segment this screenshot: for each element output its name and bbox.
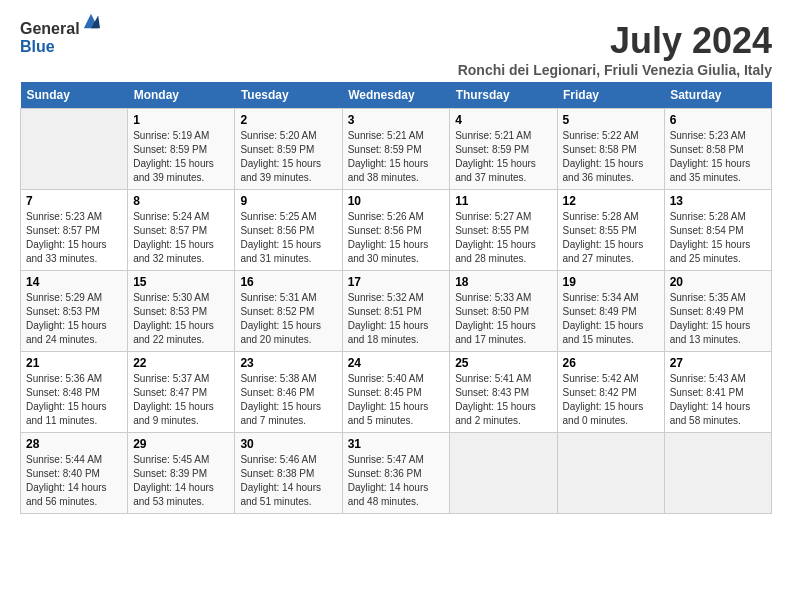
calendar-cell: 26Sunrise: 5:42 AMSunset: 8:42 PMDayligh…	[557, 352, 664, 433]
day-number: 9	[240, 194, 336, 208]
logo-blue: Blue	[20, 38, 80, 56]
day-number: 14	[26, 275, 122, 289]
day-number: 24	[348, 356, 445, 370]
day-number: 4	[455, 113, 551, 127]
day-number: 11	[455, 194, 551, 208]
day-number: 31	[348, 437, 445, 451]
day-number: 12	[563, 194, 659, 208]
day-number: 8	[133, 194, 229, 208]
cell-content: Sunrise: 5:26 AMSunset: 8:56 PMDaylight:…	[348, 210, 445, 266]
cell-content: Sunrise: 5:23 AMSunset: 8:57 PMDaylight:…	[26, 210, 122, 266]
cell-content: Sunrise: 5:25 AMSunset: 8:56 PMDaylight:…	[240, 210, 336, 266]
calendar-cell: 25Sunrise: 5:41 AMSunset: 8:43 PMDayligh…	[450, 352, 557, 433]
calendar-cell: 6Sunrise: 5:23 AMSunset: 8:58 PMDaylight…	[664, 109, 771, 190]
cell-content: Sunrise: 5:40 AMSunset: 8:45 PMDaylight:…	[348, 372, 445, 428]
cell-content: Sunrise: 5:41 AMSunset: 8:43 PMDaylight:…	[455, 372, 551, 428]
day-number: 25	[455, 356, 551, 370]
cell-content: Sunrise: 5:30 AMSunset: 8:53 PMDaylight:…	[133, 291, 229, 347]
header-row: SundayMondayTuesdayWednesdayThursdayFrid…	[21, 82, 772, 109]
cell-content: Sunrise: 5:33 AMSunset: 8:50 PMDaylight:…	[455, 291, 551, 347]
day-number: 26	[563, 356, 659, 370]
header-tuesday: Tuesday	[235, 82, 342, 109]
day-number: 2	[240, 113, 336, 127]
day-number: 10	[348, 194, 445, 208]
cell-content: Sunrise: 5:20 AMSunset: 8:59 PMDaylight:…	[240, 129, 336, 185]
calendar-cell: 5Sunrise: 5:22 AMSunset: 8:58 PMDaylight…	[557, 109, 664, 190]
location-subtitle: Ronchi dei Legionari, Friuli Venezia Giu…	[458, 62, 772, 78]
logo-icon	[82, 12, 100, 30]
cell-content: Sunrise: 5:46 AMSunset: 8:38 PMDaylight:…	[240, 453, 336, 509]
day-number: 19	[563, 275, 659, 289]
calendar-cell: 23Sunrise: 5:38 AMSunset: 8:46 PMDayligh…	[235, 352, 342, 433]
cell-content: Sunrise: 5:45 AMSunset: 8:39 PMDaylight:…	[133, 453, 229, 509]
day-number: 22	[133, 356, 229, 370]
logo-general: General	[20, 20, 80, 38]
day-number: 27	[670, 356, 766, 370]
calendar-cell: 12Sunrise: 5:28 AMSunset: 8:55 PMDayligh…	[557, 190, 664, 271]
cell-content: Sunrise: 5:28 AMSunset: 8:55 PMDaylight:…	[563, 210, 659, 266]
calendar-cell: 21Sunrise: 5:36 AMSunset: 8:48 PMDayligh…	[21, 352, 128, 433]
cell-content: Sunrise: 5:32 AMSunset: 8:51 PMDaylight:…	[348, 291, 445, 347]
calendar-cell: 11Sunrise: 5:27 AMSunset: 8:55 PMDayligh…	[450, 190, 557, 271]
calendar-cell: 20Sunrise: 5:35 AMSunset: 8:49 PMDayligh…	[664, 271, 771, 352]
week-row-3: 14Sunrise: 5:29 AMSunset: 8:53 PMDayligh…	[21, 271, 772, 352]
day-number: 29	[133, 437, 229, 451]
calendar-cell: 22Sunrise: 5:37 AMSunset: 8:47 PMDayligh…	[128, 352, 235, 433]
month-title: July 2024	[458, 20, 772, 62]
cell-content: Sunrise: 5:21 AMSunset: 8:59 PMDaylight:…	[348, 129, 445, 185]
cell-content: Sunrise: 5:42 AMSunset: 8:42 PMDaylight:…	[563, 372, 659, 428]
logo: General Blue	[20, 20, 100, 55]
cell-content: Sunrise: 5:47 AMSunset: 8:36 PMDaylight:…	[348, 453, 445, 509]
cell-content: Sunrise: 5:29 AMSunset: 8:53 PMDaylight:…	[26, 291, 122, 347]
day-number: 13	[670, 194, 766, 208]
calendar-cell: 14Sunrise: 5:29 AMSunset: 8:53 PMDayligh…	[21, 271, 128, 352]
cell-content: Sunrise: 5:31 AMSunset: 8:52 PMDaylight:…	[240, 291, 336, 347]
calendar-cell: 1Sunrise: 5:19 AMSunset: 8:59 PMDaylight…	[128, 109, 235, 190]
title-section: July 2024 Ronchi dei Legionari, Friuli V…	[458, 20, 772, 78]
week-row-4: 21Sunrise: 5:36 AMSunset: 8:48 PMDayligh…	[21, 352, 772, 433]
cell-content: Sunrise: 5:23 AMSunset: 8:58 PMDaylight:…	[670, 129, 766, 185]
header-saturday: Saturday	[664, 82, 771, 109]
day-number: 23	[240, 356, 336, 370]
day-number: 28	[26, 437, 122, 451]
day-number: 16	[240, 275, 336, 289]
cell-content: Sunrise: 5:44 AMSunset: 8:40 PMDaylight:…	[26, 453, 122, 509]
cell-content: Sunrise: 5:27 AMSunset: 8:55 PMDaylight:…	[455, 210, 551, 266]
cell-content: Sunrise: 5:38 AMSunset: 8:46 PMDaylight:…	[240, 372, 336, 428]
calendar-cell: 16Sunrise: 5:31 AMSunset: 8:52 PMDayligh…	[235, 271, 342, 352]
cell-content: Sunrise: 5:24 AMSunset: 8:57 PMDaylight:…	[133, 210, 229, 266]
week-row-2: 7Sunrise: 5:23 AMSunset: 8:57 PMDaylight…	[21, 190, 772, 271]
calendar-cell: 18Sunrise: 5:33 AMSunset: 8:50 PMDayligh…	[450, 271, 557, 352]
header-monday: Monday	[128, 82, 235, 109]
day-number: 6	[670, 113, 766, 127]
calendar-cell: 29Sunrise: 5:45 AMSunset: 8:39 PMDayligh…	[128, 433, 235, 514]
day-number: 18	[455, 275, 551, 289]
calendar-cell	[21, 109, 128, 190]
calendar-cell	[450, 433, 557, 514]
day-number: 20	[670, 275, 766, 289]
header-friday: Friday	[557, 82, 664, 109]
calendar-cell: 13Sunrise: 5:28 AMSunset: 8:54 PMDayligh…	[664, 190, 771, 271]
day-number: 1	[133, 113, 229, 127]
cell-content: Sunrise: 5:43 AMSunset: 8:41 PMDaylight:…	[670, 372, 766, 428]
calendar-cell: 27Sunrise: 5:43 AMSunset: 8:41 PMDayligh…	[664, 352, 771, 433]
cell-content: Sunrise: 5:19 AMSunset: 8:59 PMDaylight:…	[133, 129, 229, 185]
calendar-cell: 31Sunrise: 5:47 AMSunset: 8:36 PMDayligh…	[342, 433, 450, 514]
calendar-cell: 28Sunrise: 5:44 AMSunset: 8:40 PMDayligh…	[21, 433, 128, 514]
cell-content: Sunrise: 5:36 AMSunset: 8:48 PMDaylight:…	[26, 372, 122, 428]
calendar-cell: 7Sunrise: 5:23 AMSunset: 8:57 PMDaylight…	[21, 190, 128, 271]
cell-content: Sunrise: 5:35 AMSunset: 8:49 PMDaylight:…	[670, 291, 766, 347]
day-number: 17	[348, 275, 445, 289]
header-thursday: Thursday	[450, 82, 557, 109]
calendar-cell: 17Sunrise: 5:32 AMSunset: 8:51 PMDayligh…	[342, 271, 450, 352]
day-number: 5	[563, 113, 659, 127]
calendar-cell: 2Sunrise: 5:20 AMSunset: 8:59 PMDaylight…	[235, 109, 342, 190]
page-header: General Blue July 2024 Ronchi dei Legion…	[20, 20, 772, 78]
week-row-1: 1Sunrise: 5:19 AMSunset: 8:59 PMDaylight…	[21, 109, 772, 190]
calendar-cell	[557, 433, 664, 514]
calendar-cell: 4Sunrise: 5:21 AMSunset: 8:59 PMDaylight…	[450, 109, 557, 190]
calendar-cell: 8Sunrise: 5:24 AMSunset: 8:57 PMDaylight…	[128, 190, 235, 271]
cell-content: Sunrise: 5:22 AMSunset: 8:58 PMDaylight:…	[563, 129, 659, 185]
calendar-cell: 15Sunrise: 5:30 AMSunset: 8:53 PMDayligh…	[128, 271, 235, 352]
calendar-table: SundayMondayTuesdayWednesdayThursdayFrid…	[20, 82, 772, 514]
